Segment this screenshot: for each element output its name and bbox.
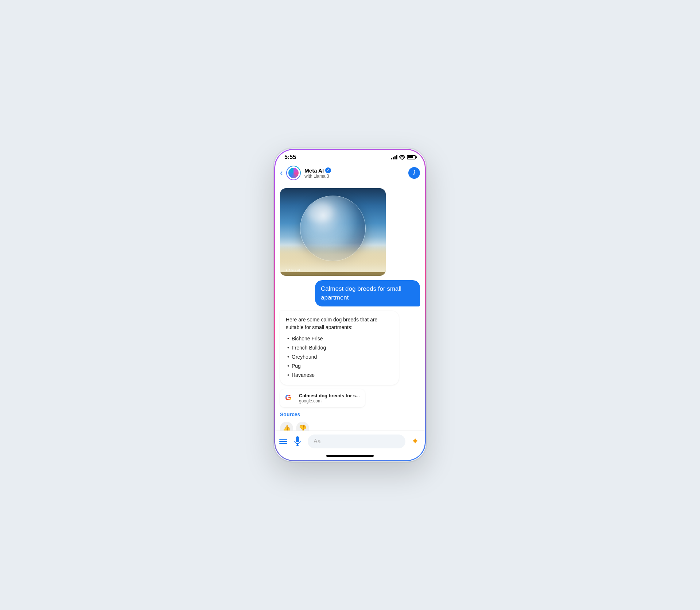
svg-rect-0	[296, 436, 299, 442]
verified-badge: ✓	[325, 167, 331, 173]
sources-link[interactable]: Sources	[280, 412, 300, 417]
ai-generated-image: ✦ Meta AI	[280, 188, 386, 276]
list-item: Greyhound	[286, 352, 393, 362]
source-info: Calmest dog breeds for s... google.com	[299, 393, 360, 404]
source-url: google.com	[299, 398, 360, 404]
mic-icon	[294, 436, 301, 447]
ai-name: Meta AI ✓	[304, 167, 331, 174]
wifi-icon	[399, 155, 405, 159]
breeds-list: Bichone Frise French Bulldog Greyhound P…	[286, 334, 393, 380]
phone-screen: 5:55	[274, 149, 426, 461]
phone-wrapper: 5:55	[273, 148, 427, 462]
status-bar: 5:55	[274, 149, 426, 163]
chat-header: ‹ Meta AI ✓ with Llama 3 i	[274, 163, 426, 185]
status-time: 5:55	[284, 154, 296, 161]
google-logo: G	[285, 393, 295, 403]
cloud-layer	[280, 243, 386, 272]
home-bar	[326, 455, 374, 457]
sparkle-button[interactable]: ✦	[409, 436, 421, 447]
status-icons	[391, 155, 416, 159]
phone-frame: 5:55	[273, 148, 427, 462]
chat-area: ✦ Meta AI Calmest dog breeds for small a…	[274, 185, 426, 431]
ai-subtitle: with Llama 3	[304, 174, 331, 179]
input-bar: Aa ✦	[274, 431, 426, 452]
text-input[interactable]: Aa	[308, 435, 405, 448]
source-title: Calmest dog breeds for s...	[299, 393, 360, 398]
thumbs-down-button[interactable]: 👎	[296, 422, 309, 431]
user-message-bubble: Calmest dog breeds for small apartment	[315, 280, 420, 306]
input-placeholder: Aa	[314, 438, 321, 445]
ai-avatar	[286, 166, 301, 180]
list-item: French Bulldog	[286, 343, 393, 352]
image-watermark: ✦ Meta AI	[285, 269, 300, 272]
source-card[interactable]: G Calmest dog breeds for s... google.com	[280, 389, 365, 407]
mic-button[interactable]	[291, 435, 304, 448]
menu-button[interactable]	[279, 439, 287, 444]
ai-response-bubble: Here are some calm dog breeds that are s…	[280, 311, 399, 385]
feedback-row: 👍 👎	[280, 422, 309, 431]
home-indicator	[274, 452, 426, 461]
list-item: Pug	[286, 362, 393, 371]
ai-response-intro: Here are some calm dog breeds that are s…	[286, 316, 393, 331]
info-button[interactable]: i	[408, 167, 420, 179]
signal-icon	[391, 155, 397, 159]
battery-icon	[407, 155, 416, 159]
list-item: Bichone Frise	[286, 334, 393, 343]
list-item: Havanese	[286, 371, 393, 380]
header-info: Meta AI ✓ with Llama 3	[304, 167, 331, 179]
thumbs-up-button[interactable]: 👍	[280, 422, 293, 431]
back-button[interactable]: ‹	[280, 168, 283, 178]
